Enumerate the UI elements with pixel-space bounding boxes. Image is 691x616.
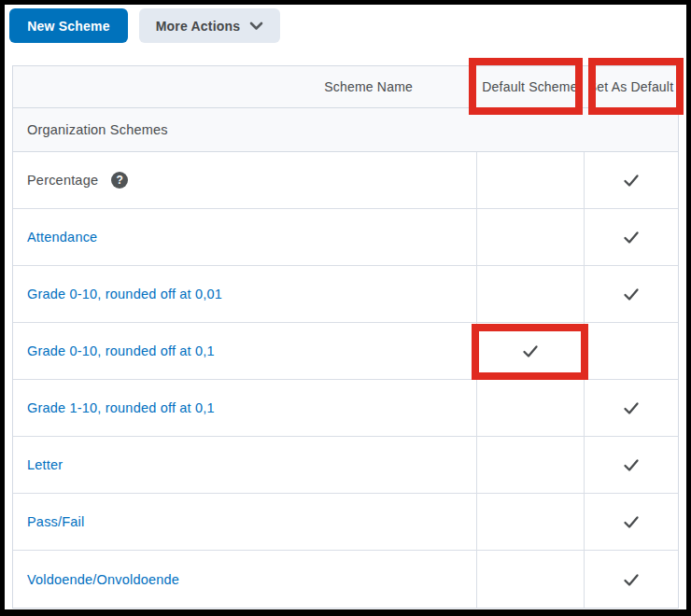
default-scheme-cell (476, 323, 584, 379)
chevron-down-icon (249, 21, 263, 31)
more-actions-button[interactable]: More Actions (139, 8, 280, 43)
checkmark-icon (622, 171, 641, 189)
scheme-name-link[interactable]: Grade 1-10, rounded off at 0,1 (27, 400, 215, 415)
grade-schemes-page: New Scheme More Actions Scheme Name Defa… (0, 0, 691, 616)
scheme-name-link[interactable]: Letter (27, 457, 63, 472)
section-label: Organization Schemes (27, 122, 168, 137)
scheme-name-link[interactable]: Voldoende/Onvoldoende (27, 572, 179, 587)
set-as-default-cell[interactable] (584, 209, 678, 265)
table-row: Attendance ? (13, 209, 678, 266)
set-as-default-cell[interactable] (584, 323, 678, 379)
table-row: Grade 1-10, rounded off at 0,1 ? (13, 380, 678, 437)
checkmark-icon (622, 455, 641, 474)
scheme-name-link[interactable]: Pass/Fail (27, 514, 84, 529)
scheme-name-link[interactable]: Grade 0-10, rounded off at 0,01 (27, 287, 222, 301)
scheme-name-cell: Percentage ? (13, 152, 476, 208)
table-row: Letter ? (13, 437, 678, 494)
scheme-name-link[interactable]: Grade 0-10, rounded off at 0,1 (27, 343, 215, 358)
table-row: Pass/Fail ? (13, 494, 678, 551)
table-body: Percentage ? Attendance ? (13, 152, 678, 608)
table-header-row: Scheme Name Default Scheme Set As Defaul… (13, 66, 678, 108)
scheme-name-cell: Grade 1-10, rounded off at 0,1 ? (13, 380, 476, 436)
checkmark-icon (622, 399, 641, 417)
set-as-default-cell[interactable] (584, 494, 678, 550)
table-row: Percentage ? (13, 152, 678, 209)
table-row: Grade 0-10, rounded off at 0,1 ? (13, 323, 678, 380)
grade-schemes-table: Scheme Name Default Scheme Set As Defaul… (12, 65, 679, 609)
scheme-name-cell: Voldoende/Onvoldoende ? (13, 551, 476, 608)
checkmark-icon (622, 570, 641, 589)
set-as-default-cell[interactable] (584, 437, 678, 493)
set-as-default-cell[interactable] (584, 380, 678, 436)
more-actions-label: More Actions (156, 19, 241, 34)
scheme-name-cell: Letter ? (13, 437, 476, 493)
scheme-name-cell: Grade 0-10, rounded off at 0,01 ? (13, 266, 476, 322)
column-header-scheme-name: Scheme Name (13, 79, 476, 94)
help-icon[interactable]: ? (111, 172, 128, 189)
scheme-name-link[interactable]: Attendance (27, 230, 97, 245)
set-as-default-cell[interactable] (584, 551, 678, 608)
scheme-name-link: Percentage (27, 173, 98, 188)
default-scheme-cell (476, 494, 584, 550)
default-scheme-cell (476, 437, 584, 493)
table-row: Grade 0-10, rounded off at 0,01 ? (13, 266, 678, 323)
checkmark-icon (622, 228, 641, 246)
checkmark-icon (622, 512, 641, 531)
scheme-name-cell: Pass/Fail ? (13, 494, 476, 550)
set-as-default-cell[interactable] (584, 152, 678, 208)
table-row: Voldoende/Onvoldoende ? (13, 551, 678, 608)
new-scheme-button[interactable]: New Scheme (9, 8, 128, 43)
checkmark-icon (521, 342, 540, 360)
default-scheme-cell (476, 209, 584, 265)
scheme-name-cell: Attendance ? (13, 209, 476, 265)
default-scheme-cell (476, 266, 584, 322)
column-header-default-scheme: Default Scheme (476, 79, 584, 94)
set-as-default-cell[interactable] (584, 266, 678, 322)
column-header-set-as-default: Set As Default (584, 79, 678, 94)
default-scheme-cell (476, 551, 584, 608)
checkmark-icon (622, 285, 641, 303)
scheme-name-cell: Grade 0-10, rounded off at 0,1 ? (13, 323, 476, 379)
default-scheme-cell (476, 152, 584, 208)
default-scheme-cell (476, 380, 584, 436)
section-row-organization-schemes: Organization Schemes (13, 108, 678, 152)
